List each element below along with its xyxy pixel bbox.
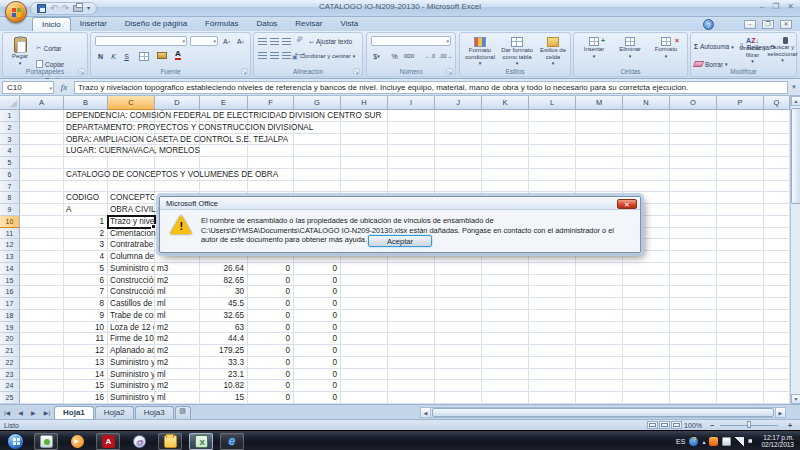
- cell-E7[interactable]: [200, 181, 248, 193]
- formula-input[interactable]: Trazo y nivelación topografico estableci…: [74, 81, 788, 94]
- vertical-scrollbar[interactable]: ▲ ▼: [790, 96, 800, 404]
- zoom-level-text[interactable]: 100%: [684, 422, 702, 429]
- cell-M14[interactable]: [576, 263, 623, 275]
- column-header-F[interactable]: F: [248, 96, 294, 110]
- cell-M4[interactable]: [576, 145, 623, 157]
- cell-L5[interactable]: [529, 157, 576, 169]
- align-bottom-icon[interactable]: [282, 38, 291, 45]
- cell-N19[interactable]: [623, 322, 670, 334]
- format-as-table-button[interactable]: Dar formato como tabla▾: [498, 35, 536, 67]
- ribbon-tab-vista[interactable]: Vista: [331, 17, 367, 31]
- cell-I7[interactable]: [388, 181, 435, 193]
- cell-F7[interactable]: [248, 181, 294, 193]
- taskbar-clock[interactable]: 12:17 p.m. 02/12/2013: [761, 434, 796, 449]
- cell-H15[interactable]: [341, 275, 388, 287]
- select-all-corner[interactable]: [0, 96, 20, 110]
- cut-button[interactable]: ✂Cortar: [36, 43, 62, 53]
- column-header-O[interactable]: O: [670, 96, 717, 110]
- sort-filter-button[interactable]: AZ↓ Ordenar y filtrar▾: [738, 35, 767, 65]
- cell-P6[interactable]: [717, 169, 764, 181]
- cell-I2[interactable]: [388, 122, 435, 134]
- cell-O7[interactable]: [670, 181, 717, 193]
- cell-Q3[interactable]: [764, 134, 790, 146]
- cell-J19[interactable]: [435, 322, 482, 334]
- cell-I4[interactable]: [388, 145, 435, 157]
- cell-A2[interactable]: [20, 122, 64, 134]
- cell-Q2[interactable]: [764, 122, 790, 134]
- cell-P18[interactable]: [717, 310, 764, 322]
- fill-color-icon[interactable]: [157, 52, 167, 59]
- cell-A6[interactable]: [20, 169, 64, 181]
- underline-button[interactable]: S: [121, 51, 132, 61]
- cell-O6[interactable]: [670, 169, 717, 181]
- cell-O21[interactable]: [670, 345, 717, 357]
- cell-O10[interactable]: [670, 216, 717, 228]
- customize-qat-button[interactable]: ▾: [87, 4, 90, 13]
- workbook-restore-icon[interactable]: ❐: [762, 20, 774, 29]
- cell-N2[interactable]: [623, 122, 670, 134]
- cell-P12[interactable]: [717, 239, 764, 251]
- cell-A23[interactable]: [20, 369, 64, 381]
- cell-N18[interactable]: [623, 310, 670, 322]
- borders-icon[interactable]: [139, 52, 149, 61]
- last-sheet-icon[interactable]: ▶|: [44, 409, 50, 416]
- cell-O4[interactable]: [670, 145, 717, 157]
- clipboard-dialog-launcher[interactable]: ↘: [78, 68, 85, 75]
- format-cells-button[interactable]: Formato▾: [649, 35, 683, 59]
- cell-O11[interactable]: [670, 228, 717, 240]
- column-header-C[interactable]: C: [108, 96, 155, 110]
- cell-L7[interactable]: [529, 181, 576, 193]
- zoom-in-icon[interactable]: +: [788, 422, 792, 429]
- conditional-formatting-button[interactable]: Formato condicional▾: [462, 35, 498, 67]
- show-hidden-icons-chevron[interactable]: ▴: [702, 438, 705, 445]
- cell-L15[interactable]: [529, 275, 576, 287]
- cell-I16[interactable]: [388, 286, 435, 298]
- cell-N23[interactable]: [623, 369, 670, 381]
- office-button[interactable]: [5, 1, 27, 23]
- minimize-window-icon[interactable]: –: [760, 2, 764, 12]
- cell-H3[interactable]: [341, 134, 388, 146]
- cell-J21[interactable]: [435, 345, 482, 357]
- cell-H6[interactable]: [341, 169, 388, 181]
- cell-M2[interactable]: [576, 122, 623, 134]
- cell-I23[interactable]: [388, 369, 435, 381]
- cell-Q8[interactable]: [764, 192, 790, 204]
- cell-P1[interactable]: [717, 110, 764, 122]
- cell-L3[interactable]: [529, 134, 576, 146]
- row-header-15[interactable]: 15: [0, 275, 20, 287]
- cell-P2[interactable]: [717, 122, 764, 134]
- cell-P20[interactable]: [717, 333, 764, 345]
- cell-K19[interactable]: [482, 322, 529, 334]
- cell-J23[interactable]: [435, 369, 482, 381]
- number-dialog-launcher[interactable]: ↘: [446, 68, 453, 75]
- network-signal-icon[interactable]: [735, 437, 744, 446]
- column-header-I[interactable]: I: [388, 96, 435, 110]
- cell-I6[interactable]: [388, 169, 435, 181]
- cell-M21[interactable]: [576, 345, 623, 357]
- cell-L16[interactable]: [529, 286, 576, 298]
- ribbon-tab-inicio[interactable]: Inicio: [32, 17, 71, 31]
- cell-P4[interactable]: [717, 145, 764, 157]
- cell-O18[interactable]: [670, 310, 717, 322]
- row-header-8[interactable]: 8: [0, 192, 20, 204]
- cell-L17[interactable]: [529, 298, 576, 310]
- cell-O19[interactable]: [670, 322, 717, 334]
- cell-O13[interactable]: [670, 251, 717, 263]
- cell-O2[interactable]: [670, 122, 717, 134]
- cell-A4[interactable]: [20, 145, 64, 157]
- cell-O15[interactable]: [670, 275, 717, 287]
- cell-P23[interactable]: [717, 369, 764, 381]
- cell-Q25[interactable]: [764, 392, 790, 404]
- cell-Q4[interactable]: [764, 145, 790, 157]
- align-left-icon[interactable]: [258, 52, 267, 59]
- comma-format-button[interactable]: 000: [403, 51, 415, 61]
- row-header-22[interactable]: 22: [0, 357, 20, 369]
- cell-Q16[interactable]: [764, 286, 790, 298]
- cell-N16[interactable]: [623, 286, 670, 298]
- scroll-right-icon[interactable]: ▶: [775, 408, 785, 417]
- cell-L23[interactable]: [529, 369, 576, 381]
- cell-J25[interactable]: [435, 392, 482, 404]
- cell-K5[interactable]: [482, 157, 529, 169]
- ribbon-tab-formulas[interactable]: Fórmulas: [196, 17, 247, 31]
- cell-A12[interactable]: [20, 239, 64, 251]
